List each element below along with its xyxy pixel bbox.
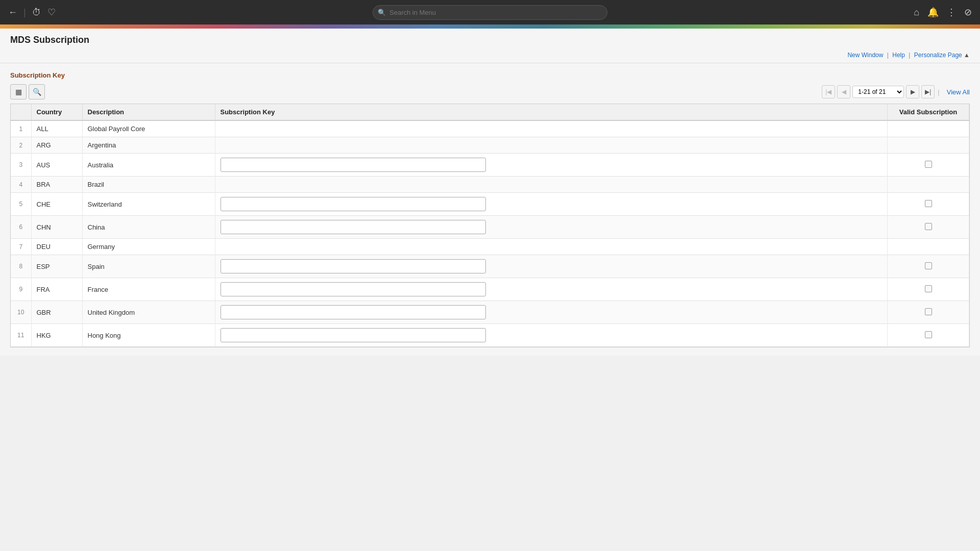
grid-view-icon: ▦ xyxy=(15,88,22,96)
history-button[interactable]: ⏱ xyxy=(32,7,41,18)
table-row: 2ARGArgentina xyxy=(11,137,969,154)
favorites-button[interactable]: ♡ xyxy=(47,7,56,18)
row-subscription-key[interactable] xyxy=(215,278,888,301)
help-link[interactable]: Help xyxy=(892,52,905,59)
section-title: Subscription Key xyxy=(10,71,970,79)
row-valid-subscription[interactable] xyxy=(888,324,969,347)
main-content: Subscription Key ▦ 🔍 |◀ ◀ 1-21 of 21 ▶ ▶… xyxy=(0,63,980,356)
row-valid-subscription[interactable] xyxy=(888,154,969,177)
row-valid-subscription xyxy=(888,177,969,193)
data-grid: Country Description Subscription Key Val… xyxy=(10,104,970,347)
subscription-key-input[interactable] xyxy=(220,305,486,319)
table-row: 3AUSAustralia xyxy=(11,154,969,177)
subscription-key-input[interactable] xyxy=(220,259,486,273)
search-icon: 🔍 xyxy=(33,88,41,96)
row-number: 4 xyxy=(11,177,31,193)
prev-page-button[interactable]: ◀ xyxy=(837,85,850,98)
row-description: Australia xyxy=(82,154,215,177)
row-country: HKG xyxy=(31,324,82,347)
valid-subscription-checkbox[interactable] xyxy=(925,223,932,230)
back-button[interactable]: ← xyxy=(8,7,17,18)
table-row: 11HKGHong Kong xyxy=(11,324,969,347)
row-valid-subscription[interactable] xyxy=(888,255,969,278)
table-row: 4BRABrazil xyxy=(11,177,969,193)
valid-subscription-checkbox[interactable] xyxy=(925,285,932,292)
row-description: Germany xyxy=(82,239,215,255)
pagination-controls: |◀ ◀ 1-21 of 21 ▶ ▶| | View All xyxy=(822,85,970,98)
color-banner xyxy=(0,24,980,29)
row-subscription-key[interactable] xyxy=(215,255,888,278)
row-country: FRA xyxy=(31,278,82,301)
col-header-country: Country xyxy=(31,104,82,120)
row-subscription-key[interactable] xyxy=(215,193,888,216)
page-header: MDS Subscription New Window | Help | Per… xyxy=(0,29,980,63)
col-header-description: Description xyxy=(82,104,215,120)
row-number: 7 xyxy=(11,239,31,255)
notification-bell-button[interactable]: 🔔 xyxy=(927,7,939,18)
row-valid-subscription xyxy=(888,120,969,137)
row-subscription-key xyxy=(215,137,888,154)
table-row: 7DEUGermany xyxy=(11,239,969,255)
view-all-link[interactable]: View All xyxy=(947,88,970,96)
table-row: 1ALLGlobal Payroll Core xyxy=(11,120,969,137)
col-header-num xyxy=(11,104,31,120)
menu-search-input[interactable] xyxy=(373,5,607,20)
row-valid-subscription[interactable] xyxy=(888,216,969,239)
subscription-key-input[interactable] xyxy=(220,328,486,342)
subscription-key-input[interactable] xyxy=(220,220,486,234)
row-valid-subscription[interactable] xyxy=(888,278,969,301)
row-subscription-key[interactable] xyxy=(215,301,888,324)
row-subscription-key[interactable] xyxy=(215,154,888,177)
row-description: Switzerland xyxy=(82,193,215,216)
page-range-select[interactable]: 1-21 of 21 xyxy=(852,86,904,98)
valid-subscription-checkbox[interactable] xyxy=(925,308,932,315)
subscription-key-input[interactable] xyxy=(220,158,486,172)
row-country: ARG xyxy=(31,137,82,154)
row-number: 9 xyxy=(11,278,31,301)
row-subscription-key[interactable] xyxy=(215,216,888,239)
table-row: 10GBRUnited Kingdom xyxy=(11,301,969,324)
table-row: 6CHNChina xyxy=(11,216,969,239)
row-subscription-key xyxy=(215,177,888,193)
row-number: 8 xyxy=(11,255,31,278)
valid-subscription-checkbox[interactable] xyxy=(925,161,932,168)
home-button[interactable]: ⌂ xyxy=(914,7,919,18)
row-valid-subscription xyxy=(888,137,969,154)
row-number: 2 xyxy=(11,137,31,154)
valid-subscription-checkbox[interactable] xyxy=(925,200,932,207)
valid-subscription-checkbox[interactable] xyxy=(925,331,932,338)
row-number: 5 xyxy=(11,193,31,216)
top-navigation: ← | ⏱ ♡ 🔍 ⌂ 🔔 ⋮ ⊘ xyxy=(0,0,980,24)
col-header-valid: Valid Subscription xyxy=(888,104,969,120)
col-header-subkey: Subscription Key xyxy=(215,104,888,120)
first-page-button[interactable]: |◀ xyxy=(822,85,835,98)
row-valid-subscription[interactable] xyxy=(888,193,969,216)
personalize-page-link[interactable]: Personalize Page xyxy=(914,52,962,59)
nav-right-controls: ⌂ 🔔 ⋮ ⊘ xyxy=(914,7,972,18)
row-subscription-key[interactable] xyxy=(215,324,888,347)
table-row: 9FRAFrance xyxy=(11,278,969,301)
page-links: New Window | Help | Personalize Page ▲ xyxy=(10,49,970,63)
subscription-key-input[interactable] xyxy=(220,197,486,211)
more-menu-button[interactable]: ⋮ xyxy=(947,7,956,18)
row-country: BRA xyxy=(31,177,82,193)
nav-left-controls: ← | ⏱ ♡ xyxy=(8,7,56,18)
grid-view-button[interactable]: ▦ xyxy=(10,84,27,99)
row-description: France xyxy=(82,278,215,301)
new-window-link[interactable]: New Window xyxy=(847,52,883,59)
subscription-key-input[interactable] xyxy=(220,282,486,296)
table-body: 1ALLGlobal Payroll Core2ARGArgentina3AUS… xyxy=(11,120,969,347)
row-number: 1 xyxy=(11,120,31,137)
valid-subscription-checkbox[interactable] xyxy=(925,262,932,269)
next-page-button[interactable]: ▶ xyxy=(906,85,919,98)
row-valid-subscription[interactable] xyxy=(888,301,969,324)
row-number: 3 xyxy=(11,154,31,177)
row-subscription-key xyxy=(215,120,888,137)
row-country: ALL xyxy=(31,120,82,137)
row-country: CHE xyxy=(31,193,82,216)
row-description: Argentina xyxy=(82,137,215,154)
last-page-button[interactable]: ▶| xyxy=(921,85,935,98)
block-button[interactable]: ⊘ xyxy=(964,7,972,18)
row-description: Global Payroll Core xyxy=(82,120,215,137)
search-grid-button[interactable]: 🔍 xyxy=(29,84,45,99)
